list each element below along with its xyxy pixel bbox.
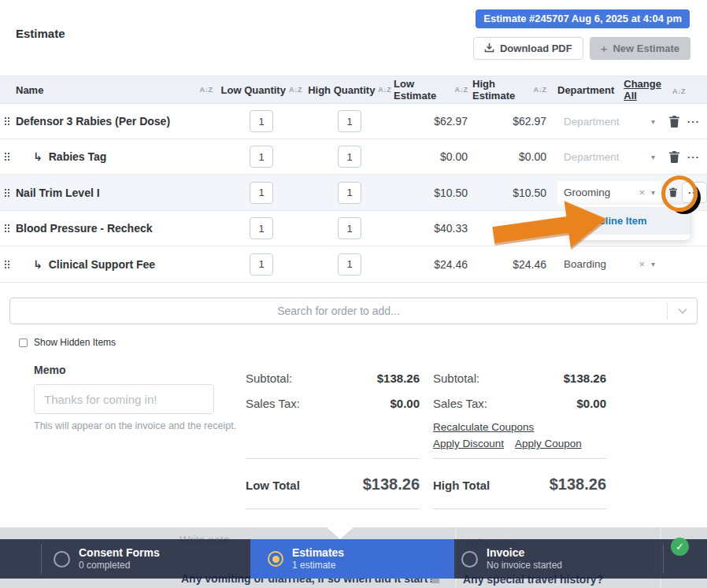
col-header-high-quantity: High Quantity — [308, 84, 375, 96]
memo-input[interactable] — [34, 384, 214, 414]
low-quantity-input[interactable] — [250, 146, 273, 168]
chevron-down-icon: ▾ — [651, 260, 655, 268]
drag-handle-icon[interactable] — [4, 116, 10, 126]
item-name: Rabies Tag — [49, 150, 107, 163]
show-hidden-items-label: Show Hidden Items — [34, 337, 116, 348]
sort-department-icon[interactable]: A↓Z — [672, 87, 686, 95]
plus-icon: + — [601, 42, 608, 55]
sub-item-arrow-icon: ↳ — [33, 150, 43, 163]
low-estimate-value: $10.50 — [394, 187, 472, 199]
drag-handle-icon[interactable] — [4, 260, 10, 269]
table-row: ↳Rabies Tag $0.00 $0.00 Department ▾ ··· — [0, 139, 707, 175]
high-estimate-value: $24.46 — [472, 258, 551, 271]
consent-forms-status-icon — [54, 551, 70, 568]
order-search-input[interactable] — [10, 298, 667, 324]
apply-coupon-link[interactable]: Apply Coupon — [515, 438, 582, 449]
subtotal-label: Subtotal: — [433, 372, 479, 385]
high-quantity-input[interactable] — [338, 253, 361, 276]
low-quantity-input[interactable] — [250, 110, 273, 132]
drag-handle-icon[interactable] — [4, 224, 10, 233]
drag-handle-icon[interactable] — [4, 188, 10, 198]
divider — [246, 458, 420, 459]
consent-forms-title: Consent Forms — [79, 546, 160, 560]
sales-tax-label: Sales Tax: — [246, 397, 300, 410]
trash-icon[interactable] — [669, 116, 679, 128]
divider — [41, 544, 42, 574]
drag-handle-icon[interactable] — [4, 152, 10, 161]
memo-helper-text: This will appear on the invoice and the … — [34, 420, 236, 431]
invoice-status-icon — [461, 551, 478, 568]
chevron-down-icon: ▾ — [651, 153, 655, 161]
subtotal-value: $138.26 — [564, 372, 606, 385]
high-quantity-input[interactable] — [338, 182, 361, 204]
tab-estimates-active[interactable]: Estimates 1 estimate — [250, 539, 454, 579]
tab-invoice[interactable]: Invoice No invoice started — [461, 539, 562, 579]
low-quantity-input[interactable] — [250, 217, 273, 239]
search-chevron-down-icon[interactable] — [667, 302, 697, 320]
row-context-menu: Decline Item — [569, 205, 690, 240]
department-select[interactable]: Department ▾ — [557, 109, 661, 133]
sort-low-quantity-icon[interactable]: A↓Z — [289, 86, 302, 94]
sort-low-estimate-icon[interactable]: A↓Z — [455, 86, 468, 94]
table-row: ↳Clinical Support Fee $24.46 $24.46 Boar… — [0, 246, 707, 283]
department-select[interactable]: Department ▾ — [557, 145, 661, 168]
memo-label: Memo — [34, 364, 65, 376]
low-quantity-input[interactable] — [250, 182, 273, 204]
chevron-down-icon: ▾ — [651, 188, 655, 197]
col-header-name: Name — [16, 84, 43, 96]
sort-high-estimate-icon[interactable]: A↓Z — [534, 86, 547, 94]
department-select[interactable]: Boarding × ▾ — [557, 253, 661, 276]
divider — [433, 508, 606, 509]
sub-item-arrow-icon: ↳ — [33, 258, 43, 271]
high-quantity-input[interactable] — [338, 146, 361, 168]
item-name: Clinical Support Fee — [49, 258, 155, 271]
col-header-low-quantity: Low Quantity — [221, 84, 286, 96]
show-hidden-items-checkbox[interactable] — [19, 338, 28, 347]
low-quantity-input[interactable] — [250, 253, 273, 276]
high-estimate-value: $62.97 — [472, 115, 551, 128]
subtotal-label: Subtotal: — [246, 372, 292, 385]
row-menu-icon-open[interactable]: ··· — [682, 182, 707, 203]
col-header-high-estimate: High Estimate — [472, 78, 531, 102]
table-header-row: Name A↓Z Low QuantityA↓Z High QuantityA↓… — [0, 76, 707, 104]
department-select[interactable]: Grooming × ▾ — [557, 181, 661, 205]
apply-discount-link[interactable]: Apply Discount — [433, 438, 504, 449]
trash-icon[interactable] — [669, 187, 677, 198]
clear-department-icon[interactable]: × — [639, 258, 645, 270]
download-pdf-button[interactable]: Download PDF — [473, 37, 583, 60]
subtotal-value: $138.26 — [377, 372, 420, 385]
trash-icon[interactable] — [669, 151, 679, 163]
clear-department-icon[interactable]: × — [639, 187, 645, 198]
estimate-page: Estimate Estimate #245707 Aug 6, 2025 at… — [0, 0, 707, 588]
invoice-subtitle: No invoice started — [487, 560, 562, 571]
high-quantity-input[interactable] — [338, 217, 361, 239]
sales-tax-value: $0.00 — [576, 397, 606, 410]
item-name: Nail Trim Level I — [16, 187, 100, 199]
high-estimate-value: $0.00 — [472, 150, 551, 163]
download-icon — [484, 43, 494, 55]
recalculate-coupons-link[interactable]: Recalculate Coupons — [433, 421, 534, 433]
divider — [246, 508, 420, 509]
table-row: Defensor 3 Rabies (Per Dose) $62.97 $62.… — [0, 104, 707, 139]
estimates-title: Estimates — [292, 546, 344, 560]
tab-consent-forms[interactable]: Consent Forms 0 completed — [54, 539, 160, 579]
high-quantity-input[interactable] — [338, 110, 361, 132]
estimate-number-badge: Estimate #245707 Aug 6, 2025 at 4:04 pm — [476, 9, 690, 28]
order-search — [9, 298, 698, 324]
complete-check-icon[interactable]: ✓ — [671, 538, 689, 556]
active-tab-notch — [327, 527, 354, 539]
new-estimate-button[interactable]: + New Estimate — [590, 37, 690, 60]
row-menu-icon[interactable]: ··· — [687, 116, 700, 127]
sales-tax-label: Sales Tax: — [433, 397, 487, 410]
divider — [433, 458, 606, 459]
sort-high-quantity-icon[interactable]: A↓Z — [378, 86, 391, 94]
sort-name-icon[interactable]: A↓Z — [200, 86, 213, 94]
low-total-value: $138.26 — [363, 475, 420, 494]
row-menu-icon[interactable]: ··· — [687, 152, 700, 162]
high-total-value: $138.26 — [550, 475, 606, 494]
col-header-department: Department — [557, 84, 614, 96]
change-all-link[interactable]: Change All — [624, 78, 669, 102]
decline-item-menu-option[interactable]: Decline Item — [569, 207, 690, 235]
header-actions: Download PDF + New Estimate — [473, 37, 690, 60]
low-total-label: Low Total — [246, 479, 300, 492]
